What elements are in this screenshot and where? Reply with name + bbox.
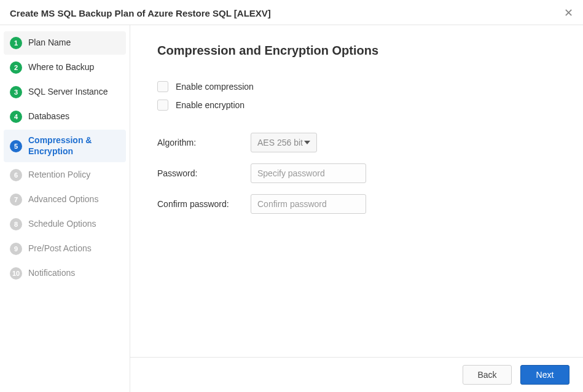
step-label: Plan Name xyxy=(28,37,71,49)
step-label: Databases xyxy=(28,111,69,122)
password-input[interactable] xyxy=(251,163,366,183)
confirm-password-label: Confirm password: xyxy=(157,199,251,209)
enable-compression-row: Enable compression xyxy=(157,81,556,92)
main-panel: Compression and Encryption Options Enabl… xyxy=(130,25,583,392)
back-button[interactable]: Back xyxy=(463,365,512,385)
step-number-badge: 6 xyxy=(10,169,22,181)
step-number-badge: 5 xyxy=(10,140,22,152)
enable-encryption-label: Enable encryption xyxy=(176,100,245,110)
step-databases[interactable]: 4 Databases xyxy=(4,105,126,128)
step-label: Advanced Options xyxy=(28,194,98,205)
wizard-window: Create MS SQL Backup Plan of Azure Resto… xyxy=(0,0,583,392)
next-button[interactable]: Next xyxy=(520,365,569,385)
step-compression-encryption[interactable]: 5 Compression & Encryption xyxy=(4,130,126,162)
step-plan-name[interactable]: 1 Plan Name xyxy=(4,31,126,55)
algorithm-value: AES 256 bit xyxy=(257,138,303,147)
footer: Back Next xyxy=(130,358,583,392)
page-title: Compression and Encryption Options xyxy=(157,44,556,58)
password-label: Password: xyxy=(157,168,251,178)
enable-encryption-row: Enable encryption xyxy=(157,100,556,111)
form-rows: Algorithm: AES 256 bit Password: Confirm… xyxy=(157,133,556,214)
step-advanced-options[interactable]: 7 Advanced Options xyxy=(4,188,126,211)
step-schedule-options[interactable]: 8 Schedule Options xyxy=(4,213,126,236)
step-retention-policy[interactable]: 6 Retention Policy xyxy=(4,163,126,187)
step-number-badge: 2 xyxy=(10,61,22,74)
body: 1 Plan Name 2 Where to Backup 3 SQL Serv… xyxy=(0,25,583,392)
step-label: Compression & Encryption xyxy=(28,135,120,157)
step-label: Pre/Post Actions xyxy=(28,243,92,254)
step-label: Schedule Options xyxy=(28,219,96,230)
step-label: Notifications xyxy=(28,268,75,279)
titlebar: Create MS SQL Backup Plan of Azure Resto… xyxy=(0,0,583,25)
step-pre-post-actions[interactable]: 9 Pre/Post Actions xyxy=(4,237,126,261)
step-number-badge: 4 xyxy=(10,111,22,123)
step-number-badge: 9 xyxy=(10,243,22,255)
enable-compression-label: Enable compression xyxy=(176,82,254,92)
algorithm-label: Algorithm: xyxy=(157,138,251,147)
wizard-sidebar: 1 Plan Name 2 Where to Backup 3 SQL Serv… xyxy=(0,25,130,392)
step-sql-server-instance[interactable]: 3 SQL Server Instance xyxy=(4,80,126,104)
step-label: SQL Server Instance xyxy=(28,87,108,98)
close-icon[interactable]: ✕ xyxy=(564,7,573,18)
step-label: Where to Backup xyxy=(28,62,94,73)
step-where-to-backup[interactable]: 2 Where to Backup xyxy=(4,56,126,79)
step-number-badge: 3 xyxy=(10,86,22,98)
step-number-badge: 10 xyxy=(10,267,22,280)
window-title: Create MS SQL Backup Plan of Azure Resto… xyxy=(10,8,271,18)
step-number-badge: 1 xyxy=(10,37,22,49)
enable-compression-checkbox[interactable] xyxy=(157,81,168,92)
enable-encryption-checkbox[interactable] xyxy=(157,100,168,111)
step-notifications[interactable]: 10 Notifications xyxy=(4,262,126,285)
chevron-down-icon xyxy=(304,141,310,144)
step-number-badge: 8 xyxy=(10,218,22,230)
password-row: Password: xyxy=(157,163,556,183)
algorithm-select[interactable]: AES 256 bit xyxy=(251,133,317,152)
content-area: Compression and Encryption Options Enabl… xyxy=(130,25,583,358)
step-number-badge: 7 xyxy=(10,194,22,206)
step-label: Retention Policy xyxy=(28,170,90,181)
algorithm-row: Algorithm: AES 256 bit xyxy=(157,133,556,152)
confirm-password-input[interactable] xyxy=(251,194,366,214)
confirm-password-row: Confirm password: xyxy=(157,194,556,214)
